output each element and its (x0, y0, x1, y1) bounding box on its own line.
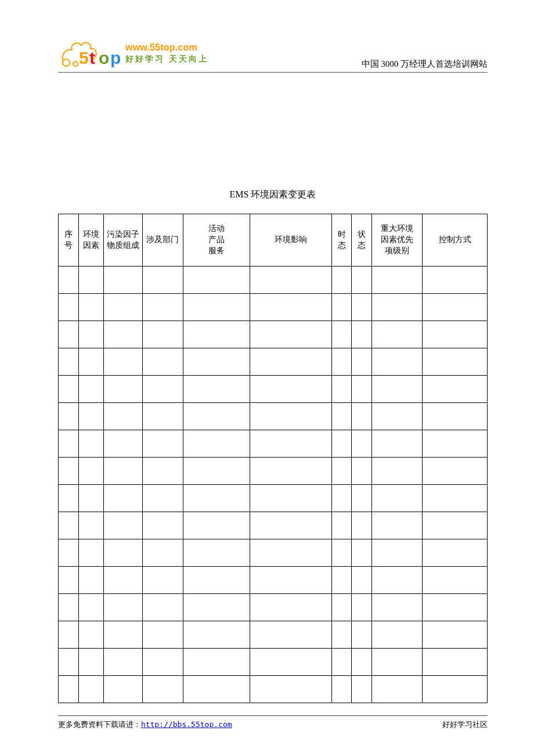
table-cell (423, 267, 488, 294)
table-cell (331, 294, 352, 321)
table-cell (331, 458, 352, 485)
table-cell (372, 348, 423, 376)
table-cell (78, 649, 104, 676)
svg-text:p: p (110, 48, 121, 67)
table-cell (104, 376, 143, 403)
table-cell (183, 512, 250, 539)
table-cell (142, 594, 183, 621)
table-cell (104, 567, 143, 594)
table-cell (142, 430, 183, 458)
table-cell (372, 458, 423, 485)
table-cell (59, 567, 79, 594)
table-cell (250, 676, 331, 703)
table-cell (78, 294, 104, 321)
table-cell (372, 594, 423, 621)
table-cell (331, 321, 352, 348)
table-cell (250, 294, 331, 321)
table-cell (372, 294, 423, 321)
table-cell (372, 512, 423, 539)
table-cell (142, 512, 183, 539)
table-cell (250, 649, 331, 676)
table-row (59, 567, 488, 594)
table-cell (250, 321, 331, 348)
table-cell (142, 376, 183, 403)
table-cell (104, 621, 143, 649)
table-cell (59, 621, 79, 649)
table-cell (250, 430, 331, 458)
table-row (59, 485, 488, 512)
table-cell (183, 594, 250, 621)
table-cell (331, 539, 352, 567)
table-cell (423, 676, 488, 703)
table-cell (423, 512, 488, 539)
table-cell (423, 430, 488, 458)
table-cell (59, 594, 79, 621)
table-cell (59, 430, 79, 458)
table-row (59, 676, 488, 703)
table-cell (352, 567, 372, 594)
footer-link[interactable]: http://bbs.55top.com (141, 720, 232, 729)
table-cell (183, 403, 250, 430)
table-cell (104, 348, 143, 376)
table-cell (78, 512, 104, 539)
table-row (59, 376, 488, 403)
table-cell (331, 403, 352, 430)
table-cell (352, 376, 372, 403)
table-cell (183, 539, 250, 567)
table-cell (250, 458, 331, 485)
table-cell (331, 649, 352, 676)
table-header-row: 序号 环境因素 污染因子物质组成 涉及部门 活动产品服务 环境影响 时态 状态 … (59, 214, 488, 267)
logo-block: 5 t o p www.55top.com 好好学习 天天向上 (58, 36, 208, 71)
table-cell (142, 403, 183, 430)
table-cell (423, 567, 488, 594)
table-cell (142, 294, 183, 321)
table-cell (78, 430, 104, 458)
footer-right: 好好学习社区 (442, 719, 488, 730)
table-cell (142, 348, 183, 376)
table-row (59, 539, 488, 567)
table-cell (78, 485, 104, 512)
col-header-impact: 环境影响 (250, 214, 331, 267)
table-cell (183, 649, 250, 676)
table-cell (183, 376, 250, 403)
table-cell (250, 376, 331, 403)
header-right-text: 中国 3000 万经理人首选培训网站 (362, 59, 488, 71)
table-row (59, 458, 488, 485)
table-cell (59, 676, 79, 703)
table-cell (78, 403, 104, 430)
table-cell (59, 485, 79, 512)
table-cell (183, 458, 250, 485)
table-cell (372, 649, 423, 676)
table-cell (250, 512, 331, 539)
col-header-activity: 活动产品服务 (183, 214, 250, 267)
table-cell (372, 539, 423, 567)
table-cell (59, 321, 79, 348)
logo-icon: 5 t o p (58, 36, 122, 71)
table-row (59, 267, 488, 294)
table-cell (352, 294, 372, 321)
table-row (59, 594, 488, 621)
table-cell (423, 348, 488, 376)
table-cell (250, 485, 331, 512)
table-cell (142, 267, 183, 294)
table-cell (331, 348, 352, 376)
table-cell (78, 676, 104, 703)
table-cell (423, 403, 488, 430)
table-cell (352, 676, 372, 703)
page-footer: 更多免费资料下载请进：http://bbs.55top.com 好好学习社区 (58, 715, 488, 730)
col-header-state: 状态 (352, 214, 372, 267)
table-cell (352, 621, 372, 649)
col-header-pollutant: 污染因子物质组成 (104, 214, 143, 267)
table-cell (372, 676, 423, 703)
table-cell (372, 485, 423, 512)
table-cell (250, 594, 331, 621)
table-body (59, 267, 488, 703)
table-cell (331, 594, 352, 621)
table-cell (352, 348, 372, 376)
table-cell (423, 539, 488, 567)
table-cell (183, 485, 250, 512)
table-cell (372, 430, 423, 458)
table-cell (78, 621, 104, 649)
footer-prefix: 更多免费资料下载请进： (58, 720, 141, 729)
table-cell (78, 594, 104, 621)
